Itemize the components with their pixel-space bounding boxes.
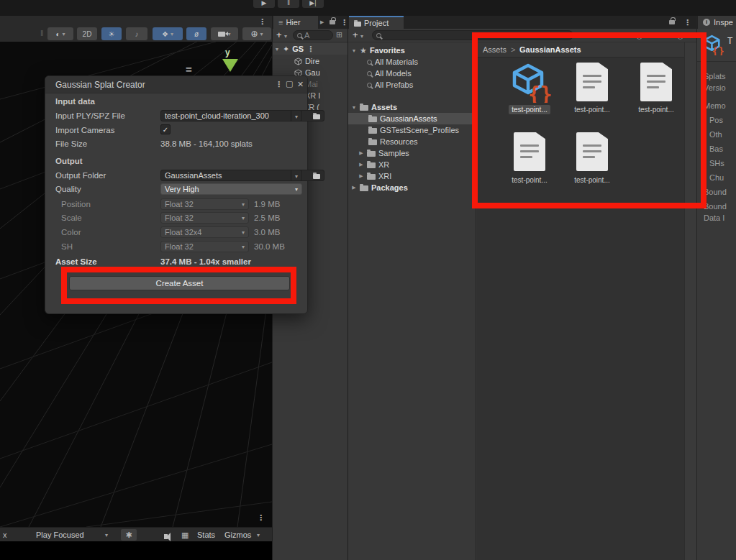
tree-folder[interactable]: GSTestScene_Profiles (348, 124, 475, 136)
favorites-item[interactable]: All Prefabs (348, 79, 475, 91)
play-button[interactable]: ▶ (253, 0, 275, 8)
pause-button[interactable]: ‖ (278, 0, 299, 8)
scene-gizmos-button[interactable]: ⊕ ▾ (242, 27, 271, 40)
stats-button[interactable]: Stats (197, 531, 215, 539)
gizmos-button[interactable]: Gizmos (224, 531, 251, 539)
add-object-button[interactable]: + (276, 29, 282, 40)
tree-folder-gaussianassets[interactable]: GaussianAssets (348, 113, 475, 124)
grid-toggle-icon[interactable]: ⊞ (336, 30, 342, 40)
asset-item-label[interactable]: test-point... (560, 106, 624, 114)
close-icon[interactable]: ✕ (297, 80, 304, 89)
expand-arrow-icon[interactable]: ▶ (358, 162, 364, 167)
asset-item-label[interactable]: test-point... (497, 176, 562, 184)
maximize-icon[interactable]: ▢ (286, 79, 293, 88)
scene-effects-button[interactable]: ❖ ▾ (153, 27, 183, 40)
alerts-icon[interactable]: ◉ (636, 31, 643, 40)
folder-icon (367, 162, 376, 168)
dialog-menu-icon[interactable]: ⋮ (275, 80, 283, 89)
search-icon (376, 33, 381, 38)
tree-folder[interactable]: Resources (348, 136, 475, 147)
quality-dropdown[interactable]: Very High ▾ (160, 183, 302, 195)
project-menu-icon[interactable]: ⋮ (683, 18, 691, 27)
tab-overflow-icon[interactable]: ▶ (320, 19, 324, 25)
tree-folder[interactable]: ▶ XRI (348, 170, 475, 182)
asset-item-gaussian[interactable]: {} (509, 61, 551, 103)
favorites-item[interactable]: All Models (348, 68, 475, 79)
scene-lighting-button[interactable]: ☀ (101, 27, 122, 40)
dialog-title-bar[interactable]: Gaussian Splat Creator ⋮ ▢ ✕ (45, 76, 307, 93)
chevron-down-icon: ▾ (242, 244, 245, 250)
gameobject-cube-icon (294, 58, 302, 65)
scene-header-row[interactable]: ▼ ✦ GS ⋮ (273, 43, 347, 55)
asset-item-text[interactable] (576, 63, 608, 101)
scene-menu-icon[interactable]: ⋮ (258, 17, 266, 27)
asset-item-label[interactable]: test-point... (624, 106, 689, 114)
hierarchy-item[interactable]: Dire (273, 55, 347, 67)
favorites-header[interactable]: ▼ ★ Favorites (348, 45, 475, 56)
expand-arrow-icon[interactable]: ▶ (358, 150, 364, 156)
game-viewport[interactable] (0, 541, 272, 560)
add-asset-button[interactable]: + (353, 29, 358, 40)
toolbar-handle-icon[interactable]: ‖ (40, 29, 44, 37)
asset-item-label[interactable]: test-point... (560, 176, 624, 184)
display-scale-label[interactable]: x (3, 531, 7, 539)
edit-icon[interactable]: ✎ (618, 31, 624, 40)
step-button[interactable]: ▶| (302, 0, 324, 8)
favorites-item[interactable]: All Materials (348, 56, 475, 68)
hierarchy-search-input[interactable]: A (293, 30, 333, 40)
gizmo-handle-mark: = (186, 63, 192, 75)
y-axis-gizmo-cone[interactable] (222, 59, 238, 72)
collapse-arrow-icon[interactable]: ▼ (351, 48, 357, 53)
shading-mode-button[interactable]: ◐ ▾ (47, 27, 73, 40)
collapse-arrow-icon[interactable]: ▼ (351, 105, 357, 110)
play-focused-dropdown[interactable]: Play Focused (36, 531, 84, 539)
scene-camera-button[interactable]: ▾ (211, 27, 238, 40)
output-folder-dropdown-arrow[interactable]: ▾ (291, 170, 302, 181)
tab-hierarchy[interactable]: ≡ Hier (273, 16, 318, 29)
speaker-icon[interactable] (164, 534, 168, 539)
asset-size-label: Asset Size (55, 257, 97, 266)
grid-scrollbar[interactable] (684, 42, 696, 560)
tree-folder[interactable]: ▶ XR (348, 159, 475, 170)
asset-item-text[interactable] (514, 132, 545, 171)
scene-visibility-button[interactable]: ø (186, 27, 206, 40)
asset-item-text[interactable] (576, 132, 608, 171)
asset-item-label[interactable]: test-point... (497, 106, 562, 114)
asset-item-text[interactable] (640, 63, 672, 101)
expand-arrow-icon[interactable]: ▶ (351, 185, 357, 191)
color-format-dropdown: Float 32x4 ▾ (160, 226, 249, 238)
visibility-eye-icon[interactable]: ◎ (677, 31, 684, 40)
debug-button[interactable]: ✱ (121, 529, 137, 541)
open-asset-icon[interactable]: ⧉ (582, 31, 588, 40)
assets-root-row[interactable]: ▼ Assets (348, 101, 475, 113)
toggle-2d-button[interactable]: 2D (77, 27, 97, 40)
scene-menu-icon[interactable]: ⋮ (306, 45, 314, 54)
scene-audio-button[interactable]: ♪ (126, 27, 147, 40)
tree-folder[interactable]: ▶ Samples (348, 147, 475, 159)
game-menu-icon[interactable]: ⋮ (257, 513, 265, 523)
expand-arrow-icon[interactable]: ▶ (358, 173, 364, 179)
project-search-input[interactable] (372, 30, 573, 40)
inspector-field-label: Data I (704, 214, 724, 222)
create-asset-button[interactable]: Create Asset (69, 276, 290, 290)
lock-icon[interactable] (669, 20, 675, 24)
input-file-dropdown-arrow[interactable]: ▾ (291, 110, 302, 121)
tab-inspector[interactable]: i Inspe (698, 16, 736, 29)
file-size-value: 38.8 MB - 164,100 splats (160, 139, 253, 148)
camera-icon (218, 32, 225, 37)
file-size-label: File Size (55, 139, 87, 148)
lock-icon[interactable] (330, 20, 335, 24)
collab-icon[interactable]: ◘ (600, 31, 605, 40)
hierarchy-menu-icon[interactable]: ⋮ (340, 18, 347, 27)
collapse-arrow-icon[interactable]: ▼ (274, 47, 280, 52)
favorites-icon[interactable]: ★ (660, 31, 668, 40)
packages-root-row[interactable]: ▶ Packages (348, 182, 475, 193)
tab-project[interactable]: Project (349, 16, 404, 29)
breadcrumb-root[interactable]: Assets (483, 45, 506, 54)
import-cameras-checkbox[interactable]: ✓ (160, 124, 171, 134)
inspector-field-label: SHs (709, 159, 724, 167)
chevron-down-icon: ▾ (257, 532, 260, 538)
keyboard-icon[interactable]: ▦ (181, 531, 188, 540)
breadcrumb-current[interactable]: GaussianAssets (519, 45, 581, 54)
breadcrumb-separator: > (511, 45, 515, 54)
